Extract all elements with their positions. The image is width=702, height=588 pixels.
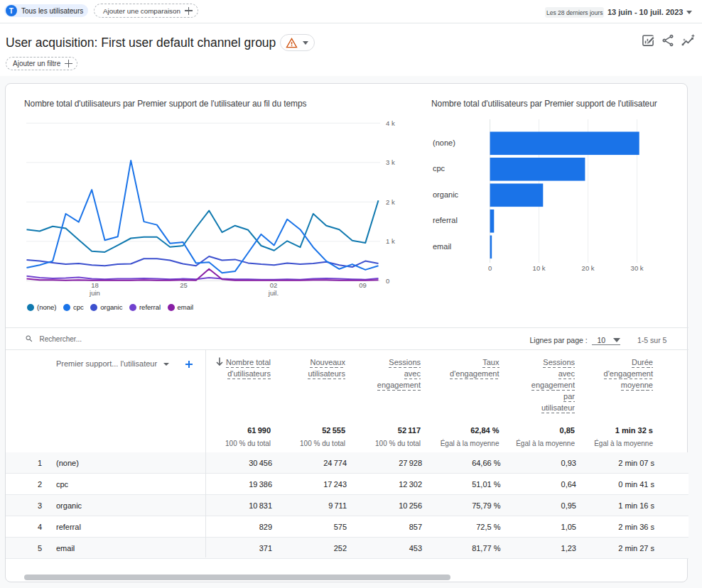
svg-text:organic: organic — [433, 190, 459, 199]
svg-text:juin: juin — [89, 289, 100, 297]
svg-text:4 k: 4 k — [386, 119, 395, 127]
svg-text:30 k: 30 k — [631, 264, 644, 272]
svg-text:0: 0 — [386, 277, 389, 285]
svg-text:referral: referral — [433, 216, 458, 224]
svg-text:20 k: 20 k — [582, 264, 595, 272]
svg-text:10 k: 10 k — [533, 264, 546, 272]
svg-text:25: 25 — [180, 281, 188, 289]
svg-text:juil.: juil. — [268, 289, 279, 297]
svg-text:(none): (none) — [433, 138, 455, 147]
svg-text:09: 09 — [359, 281, 367, 289]
svg-text:18: 18 — [91, 281, 99, 289]
svg-text:1 k: 1 k — [386, 237, 395, 245]
svg-text:cpc: cpc — [433, 164, 446, 173]
svg-text:2 k: 2 k — [386, 198, 395, 206]
svg-text:email: email — [433, 242, 451, 251]
svg-text:02: 02 — [270, 281, 278, 289]
svg-text:3 k: 3 k — [386, 158, 395, 166]
svg-text:0: 0 — [488, 264, 492, 272]
